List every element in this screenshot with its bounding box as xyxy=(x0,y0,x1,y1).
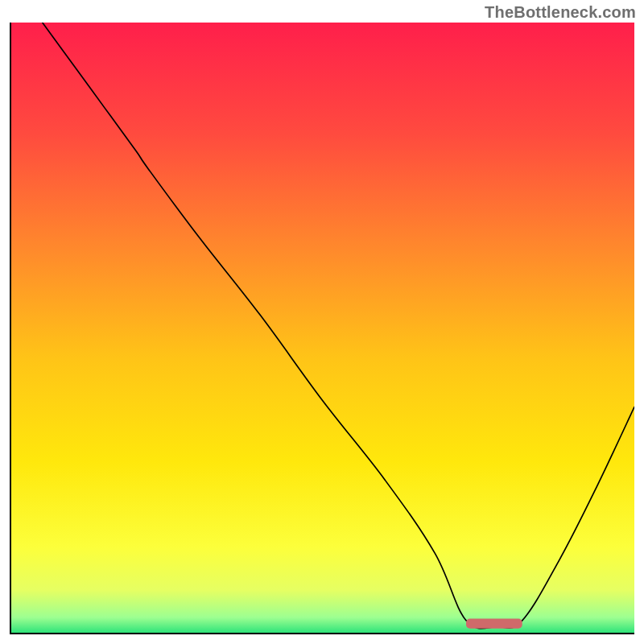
optimal-marker xyxy=(466,619,522,629)
gradient-background xyxy=(11,23,634,633)
chart-frame: TheBottleneck.com xyxy=(0,0,644,644)
plot-svg xyxy=(11,23,634,633)
plot-area xyxy=(10,23,634,634)
watermark-text: TheBottleneck.com xyxy=(485,3,636,22)
